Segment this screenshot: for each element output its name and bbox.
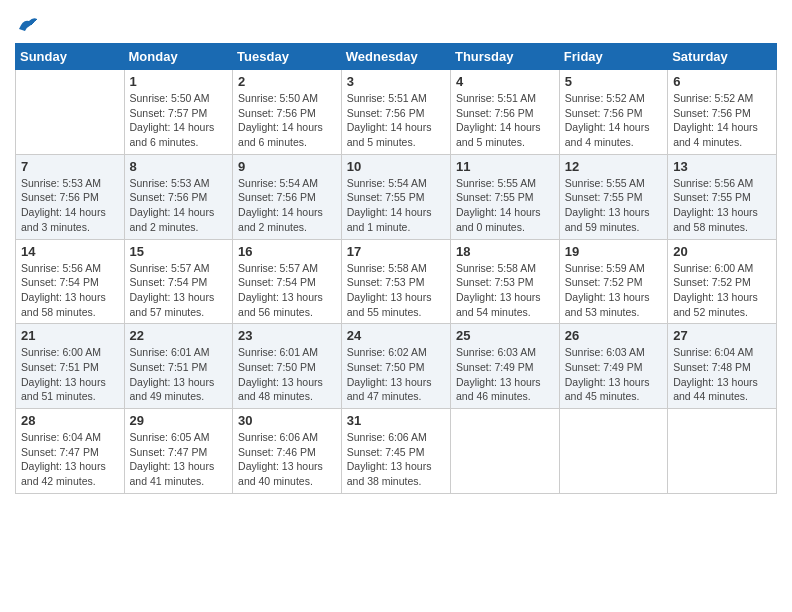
calendar-cell: 29Sunrise: 6:05 AM Sunset: 7:47 PM Dayli… [124,409,233,494]
day-number: 12 [565,159,662,174]
day-number: 19 [565,244,662,259]
day-info: Sunrise: 5:53 AM Sunset: 7:56 PM Dayligh… [130,176,228,235]
day-number: 9 [238,159,336,174]
day-info: Sunrise: 5:54 AM Sunset: 7:55 PM Dayligh… [347,176,445,235]
day-number: 15 [130,244,228,259]
day-info: Sunrise: 6:03 AM Sunset: 7:49 PM Dayligh… [456,345,554,404]
day-number: 5 [565,74,662,89]
calendar-cell: 17Sunrise: 5:58 AM Sunset: 7:53 PM Dayli… [341,239,450,324]
calendar-cell: 13Sunrise: 5:56 AM Sunset: 7:55 PM Dayli… [668,154,777,239]
day-number: 6 [673,74,771,89]
day-info: Sunrise: 6:02 AM Sunset: 7:50 PM Dayligh… [347,345,445,404]
day-number: 17 [347,244,445,259]
calendar-cell: 31Sunrise: 6:06 AM Sunset: 7:45 PM Dayli… [341,409,450,494]
bird-icon [17,15,39,33]
calendar-cell: 2Sunrise: 5:50 AM Sunset: 7:56 PM Daylig… [233,70,342,155]
col-header-tuesday: Tuesday [233,44,342,70]
day-info: Sunrise: 5:58 AM Sunset: 7:53 PM Dayligh… [456,261,554,320]
calendar-cell: 6Sunrise: 5:52 AM Sunset: 7:56 PM Daylig… [668,70,777,155]
calendar-cell: 26Sunrise: 6:03 AM Sunset: 7:49 PM Dayli… [559,324,667,409]
day-info: Sunrise: 6:01 AM Sunset: 7:50 PM Dayligh… [238,345,336,404]
day-info: Sunrise: 6:06 AM Sunset: 7:45 PM Dayligh… [347,430,445,489]
day-number: 2 [238,74,336,89]
logo [15,15,39,33]
day-info: Sunrise: 6:04 AM Sunset: 7:48 PM Dayligh… [673,345,771,404]
day-info: Sunrise: 5:57 AM Sunset: 7:54 PM Dayligh… [130,261,228,320]
day-info: Sunrise: 5:58 AM Sunset: 7:53 PM Dayligh… [347,261,445,320]
day-info: Sunrise: 6:00 AM Sunset: 7:52 PM Dayligh… [673,261,771,320]
day-number: 16 [238,244,336,259]
day-number: 29 [130,413,228,428]
calendar-cell: 14Sunrise: 5:56 AM Sunset: 7:54 PM Dayli… [16,239,125,324]
calendar-cell: 11Sunrise: 5:55 AM Sunset: 7:55 PM Dayli… [450,154,559,239]
day-info: Sunrise: 5:53 AM Sunset: 7:56 PM Dayligh… [21,176,119,235]
calendar-cell: 20Sunrise: 6:00 AM Sunset: 7:52 PM Dayli… [668,239,777,324]
calendar-cell: 7Sunrise: 5:53 AM Sunset: 7:56 PM Daylig… [16,154,125,239]
day-number: 7 [21,159,119,174]
day-number: 25 [456,328,554,343]
day-info: Sunrise: 5:50 AM Sunset: 7:57 PM Dayligh… [130,91,228,150]
calendar-cell: 8Sunrise: 5:53 AM Sunset: 7:56 PM Daylig… [124,154,233,239]
day-number: 28 [21,413,119,428]
day-info: Sunrise: 5:52 AM Sunset: 7:56 PM Dayligh… [565,91,662,150]
calendar-week-row: 1Sunrise: 5:50 AM Sunset: 7:57 PM Daylig… [16,70,777,155]
calendar-week-row: 7Sunrise: 5:53 AM Sunset: 7:56 PM Daylig… [16,154,777,239]
day-number: 10 [347,159,445,174]
day-info: Sunrise: 5:56 AM Sunset: 7:55 PM Dayligh… [673,176,771,235]
day-number: 13 [673,159,771,174]
calendar-cell: 27Sunrise: 6:04 AM Sunset: 7:48 PM Dayli… [668,324,777,409]
calendar-cell [668,409,777,494]
calendar-cell [559,409,667,494]
day-number: 4 [456,74,554,89]
calendar-cell: 10Sunrise: 5:54 AM Sunset: 7:55 PM Dayli… [341,154,450,239]
calendar-cell: 15Sunrise: 5:57 AM Sunset: 7:54 PM Dayli… [124,239,233,324]
day-number: 11 [456,159,554,174]
day-number: 27 [673,328,771,343]
day-number: 31 [347,413,445,428]
day-number: 14 [21,244,119,259]
day-info: Sunrise: 5:55 AM Sunset: 7:55 PM Dayligh… [565,176,662,235]
day-number: 22 [130,328,228,343]
col-header-wednesday: Wednesday [341,44,450,70]
calendar-week-row: 28Sunrise: 6:04 AM Sunset: 7:47 PM Dayli… [16,409,777,494]
day-info: Sunrise: 6:06 AM Sunset: 7:46 PM Dayligh… [238,430,336,489]
page-header [15,15,777,33]
col-header-thursday: Thursday [450,44,559,70]
day-number: 24 [347,328,445,343]
calendar-cell: 4Sunrise: 5:51 AM Sunset: 7:56 PM Daylig… [450,70,559,155]
day-number: 20 [673,244,771,259]
day-number: 8 [130,159,228,174]
day-info: Sunrise: 5:56 AM Sunset: 7:54 PM Dayligh… [21,261,119,320]
day-info: Sunrise: 5:50 AM Sunset: 7:56 PM Dayligh… [238,91,336,150]
day-info: Sunrise: 5:52 AM Sunset: 7:56 PM Dayligh… [673,91,771,150]
calendar-cell: 16Sunrise: 5:57 AM Sunset: 7:54 PM Dayli… [233,239,342,324]
col-header-monday: Monday [124,44,233,70]
calendar-header-row: SundayMondayTuesdayWednesdayThursdayFrid… [16,44,777,70]
calendar-cell: 28Sunrise: 6:04 AM Sunset: 7:47 PM Dayli… [16,409,125,494]
day-info: Sunrise: 5:51 AM Sunset: 7:56 PM Dayligh… [347,91,445,150]
calendar-cell: 22Sunrise: 6:01 AM Sunset: 7:51 PM Dayli… [124,324,233,409]
calendar-cell: 21Sunrise: 6:00 AM Sunset: 7:51 PM Dayli… [16,324,125,409]
day-info: Sunrise: 6:03 AM Sunset: 7:49 PM Dayligh… [565,345,662,404]
day-number: 21 [21,328,119,343]
calendar-cell [16,70,125,155]
day-number: 23 [238,328,336,343]
calendar-cell: 3Sunrise: 5:51 AM Sunset: 7:56 PM Daylig… [341,70,450,155]
calendar-cell: 25Sunrise: 6:03 AM Sunset: 7:49 PM Dayli… [450,324,559,409]
day-info: Sunrise: 5:51 AM Sunset: 7:56 PM Dayligh… [456,91,554,150]
calendar-week-row: 14Sunrise: 5:56 AM Sunset: 7:54 PM Dayli… [16,239,777,324]
day-info: Sunrise: 6:05 AM Sunset: 7:47 PM Dayligh… [130,430,228,489]
day-info: Sunrise: 5:59 AM Sunset: 7:52 PM Dayligh… [565,261,662,320]
calendar-cell [450,409,559,494]
day-number: 3 [347,74,445,89]
calendar-table: SundayMondayTuesdayWednesdayThursdayFrid… [15,43,777,494]
calendar-cell: 5Sunrise: 5:52 AM Sunset: 7:56 PM Daylig… [559,70,667,155]
calendar-cell: 30Sunrise: 6:06 AM Sunset: 7:46 PM Dayli… [233,409,342,494]
day-info: Sunrise: 5:54 AM Sunset: 7:56 PM Dayligh… [238,176,336,235]
calendar-cell: 24Sunrise: 6:02 AM Sunset: 7:50 PM Dayli… [341,324,450,409]
day-info: Sunrise: 6:01 AM Sunset: 7:51 PM Dayligh… [130,345,228,404]
col-header-friday: Friday [559,44,667,70]
col-header-saturday: Saturday [668,44,777,70]
day-info: Sunrise: 6:00 AM Sunset: 7:51 PM Dayligh… [21,345,119,404]
day-info: Sunrise: 5:57 AM Sunset: 7:54 PM Dayligh… [238,261,336,320]
